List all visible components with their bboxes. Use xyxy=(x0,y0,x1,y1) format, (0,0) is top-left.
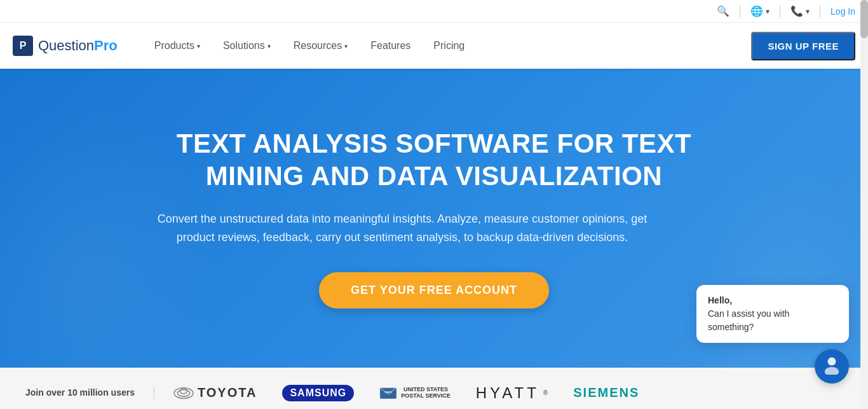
clients-logos: TOYOTA SAMSUNG USPS UNITED STATES POSTAL… xyxy=(154,384,843,402)
chat-bubble: Hello, Can I assist you with something? xyxy=(696,285,849,343)
toyota-text: TOYOTA xyxy=(198,385,257,400)
hyatt-logo: HYATT ® xyxy=(476,384,548,402)
scrollbar[interactable] xyxy=(860,0,868,409)
divider-2 xyxy=(780,5,780,18)
phone-icon[interactable]: 📞 ▾ xyxy=(790,5,810,17)
nav-links: Products ▾ Solutions ▾ Resources ▾ Featu… xyxy=(143,23,752,69)
signup-button[interactable]: SIGN UP FREE xyxy=(751,32,855,60)
svg-point-8 xyxy=(825,367,839,375)
usps-logo: USPS UNITED STATES POSTAL SERVICE xyxy=(379,384,451,402)
resources-chevron: ▾ xyxy=(344,43,348,50)
hero-subtext: Convert the unstructured data into meani… xyxy=(148,210,656,247)
chat-avatar-button[interactable] xyxy=(815,349,849,384)
samsung-logo: SAMSUNG xyxy=(282,385,354,401)
login-link[interactable]: Log In xyxy=(831,6,855,17)
products-chevron: ▾ xyxy=(197,43,200,50)
globe-icon[interactable]: 🌐 ▾ xyxy=(750,5,770,17)
top-utility-bar: 🔍 🌐 ▾ 📞 ▾ Log In xyxy=(0,0,868,23)
svg-point-1 xyxy=(177,389,189,396)
usps-text: UNITED STATES POSTAL SERVICE xyxy=(401,387,451,399)
search-icon[interactable]: 🔍 xyxy=(717,5,729,17)
hero-cta-button[interactable]: GET YOUR FREE ACCOUNT xyxy=(319,272,549,308)
logo-text: QuestionPro xyxy=(38,38,118,54)
phone-chevron: ▾ xyxy=(806,7,810,16)
chat-avatar-icon xyxy=(822,354,842,378)
divider-3 xyxy=(820,5,820,18)
chat-message: Can I assist you with something? xyxy=(708,307,837,334)
nav-solutions[interactable]: Solutions ▾ xyxy=(212,23,282,69)
nav-pricing[interactable]: Pricing xyxy=(422,23,476,69)
svg-point-2 xyxy=(180,388,187,394)
hyatt-registered: ® xyxy=(543,389,548,396)
toyota-icon xyxy=(173,386,194,400)
nav-features[interactable]: Features xyxy=(359,23,422,69)
solutions-chevron: ▾ xyxy=(268,43,271,50)
svg-text:USPS: USPS xyxy=(385,391,393,394)
chat-widget: Hello, Can I assist you with something? xyxy=(696,285,849,384)
clients-label: Join over 10 million users xyxy=(25,387,154,398)
usps-icon: USPS xyxy=(379,384,397,402)
siemens-logo: SIEMENS xyxy=(573,385,639,400)
divider-1 xyxy=(740,5,740,18)
hero-heading: TEXT ANALYSIS SOFTWARE FOR TEXT MINING A… xyxy=(148,128,720,192)
chat-greeting: Hello, xyxy=(708,294,837,307)
svg-point-7 xyxy=(828,357,836,366)
chat-person-icon xyxy=(822,354,842,375)
toyota-logo: TOYOTA xyxy=(173,385,257,400)
logo-icon: P xyxy=(13,36,33,56)
logo[interactable]: P QuestionPro xyxy=(13,36,118,56)
globe-chevron: ▾ xyxy=(766,7,770,16)
nav-resources[interactable]: Resources ▾ xyxy=(282,23,359,69)
scrollbar-thumb[interactable] xyxy=(860,0,868,38)
main-navbar: P QuestionPro Products ▾ Solutions ▾ Res… xyxy=(0,23,868,69)
nav-products[interactable]: Products ▾ xyxy=(143,23,212,69)
hero-content: TEXT ANALYSIS SOFTWARE FOR TEXT MINING A… xyxy=(148,128,720,308)
